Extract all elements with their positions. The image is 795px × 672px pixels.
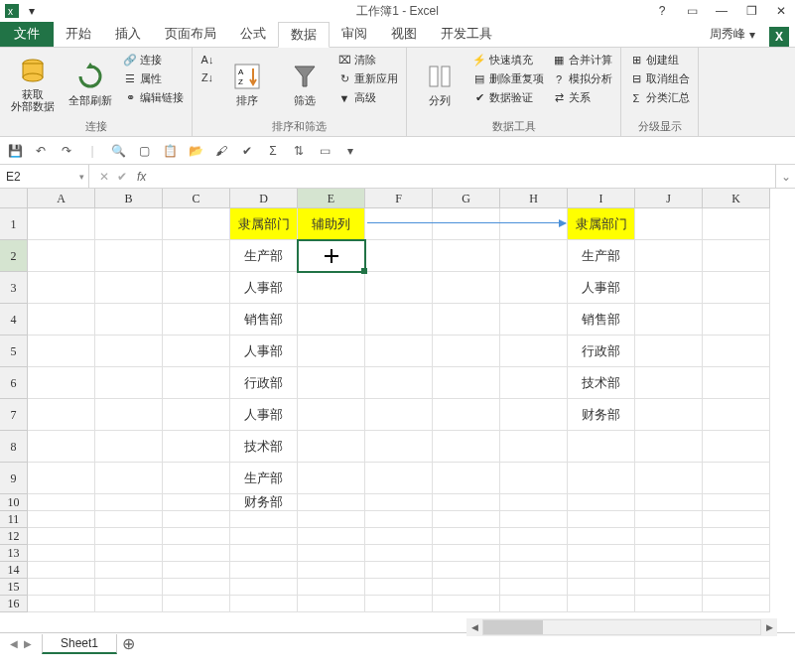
cell-D6[interactable]: 行政部: [230, 367, 298, 399]
cell-I3[interactable]: 人事部: [568, 272, 635, 304]
cell-K5[interactable]: [703, 336, 770, 367]
cell-A2[interactable]: [28, 240, 95, 272]
cell-F10[interactable]: [365, 494, 433, 511]
paste-icon[interactable]: 📋: [161, 142, 179, 160]
formula-input[interactable]: [152, 168, 775, 186]
cell-K10[interactable]: [703, 494, 770, 511]
cell-F8[interactable]: [365, 431, 433, 463]
sheet-nav-prev-icon[interactable]: ◀: [10, 638, 18, 649]
cell-F6[interactable]: [365, 367, 433, 399]
cell-H10[interactable]: [500, 494, 568, 511]
cell-E11[interactable]: [298, 511, 365, 528]
cell-K14[interactable]: [703, 562, 770, 579]
row-header-11[interactable]: 11: [0, 511, 28, 528]
cell-B11[interactable]: [95, 511, 163, 528]
save-icon[interactable]: 💾: [6, 142, 24, 160]
cell-K6[interactable]: [703, 367, 770, 399]
cell-I14[interactable]: [568, 562, 635, 579]
row-header-10[interactable]: 10: [0, 494, 28, 511]
col-header-E[interactable]: E: [298, 189, 365, 208]
cell-H7[interactable]: [500, 399, 568, 431]
tab-file[interactable]: 文件: [0, 21, 54, 47]
cell-A14[interactable]: [28, 562, 95, 579]
scroll-thumb[interactable]: [483, 620, 543, 634]
cell-C3[interactable]: [163, 272, 230, 304]
row-header-8[interactable]: 8: [0, 431, 28, 463]
sort-asc-button[interactable]: A↓: [199, 52, 216, 67]
cell-K13[interactable]: [703, 545, 770, 562]
cell-E14[interactable]: [298, 562, 365, 579]
tab-view[interactable]: 视图: [379, 21, 429, 47]
cell-K1[interactable]: [703, 208, 770, 240]
scroll-left-icon[interactable]: ◀: [466, 622, 482, 632]
cell-J12[interactable]: [635, 528, 703, 545]
cell-E9[interactable]: [298, 463, 365, 494]
sort-qat-icon[interactable]: ⇅: [290, 142, 308, 160]
col-header-D[interactable]: D: [230, 189, 298, 208]
col-header-F[interactable]: F: [365, 189, 433, 208]
cell-E13[interactable]: [298, 545, 365, 562]
cell-B10[interactable]: [95, 494, 163, 511]
cell-J2[interactable]: [635, 240, 703, 272]
redo-icon[interactable]: ↷: [58, 142, 75, 160]
cell-I4[interactable]: 销售部: [568, 304, 635, 336]
cell-D14[interactable]: [230, 562, 298, 579]
remove-duplicates-button[interactable]: ▤删除重复项: [470, 70, 546, 87]
cell-G2[interactable]: [433, 240, 500, 272]
cell-B15[interactable]: [95, 579, 163, 596]
row-header-16[interactable]: 16: [0, 596, 28, 612]
cell-H6[interactable]: [500, 367, 568, 399]
cell-H16[interactable]: [500, 596, 568, 612]
cell-I8[interactable]: [568, 431, 635, 463]
cell-B16[interactable]: [95, 596, 163, 612]
cell-D13[interactable]: [230, 545, 298, 562]
horizontal-scrollbar[interactable]: ◀ ▶: [466, 618, 777, 636]
cell-J1[interactable]: [635, 208, 703, 240]
cell-D10[interactable]: 财务部: [230, 494, 298, 511]
advanced-button[interactable]: ▼高级: [335, 89, 400, 106]
cell-I16[interactable]: [568, 596, 635, 612]
col-header-I[interactable]: I: [568, 189, 635, 208]
cell-B12[interactable]: [95, 528, 163, 545]
cell-G5[interactable]: [433, 336, 500, 367]
col-header-H[interactable]: H: [500, 189, 568, 208]
cell-C13[interactable]: [163, 545, 230, 562]
cell-F12[interactable]: [365, 528, 433, 545]
cell-J11[interactable]: [635, 511, 703, 528]
cell-E7[interactable]: [298, 399, 365, 431]
cell-A12[interactable]: [28, 528, 95, 545]
cell-E3[interactable]: [298, 272, 365, 304]
cell-G1[interactable]: [433, 208, 500, 240]
row-header-15[interactable]: 15: [0, 579, 28, 596]
row-header-12[interactable]: 12: [0, 528, 28, 545]
cell-E2[interactable]: [298, 240, 365, 272]
cell-A11[interactable]: [28, 511, 95, 528]
clear-button[interactable]: ⌧清除: [335, 52, 400, 68]
add-sheet-button[interactable]: ⊕: [117, 633, 139, 655]
undo-icon[interactable]: ↶: [32, 142, 50, 160]
cell-F9[interactable]: [365, 463, 433, 494]
relations-button[interactable]: ⇄关系: [550, 89, 614, 106]
cell-B8[interactable]: [95, 431, 163, 463]
cell-E4[interactable]: [298, 304, 365, 336]
open-icon[interactable]: 📂: [187, 142, 204, 160]
cell-C2[interactable]: [163, 240, 230, 272]
tab-page-layout[interactable]: 页面布局: [153, 21, 228, 47]
cell-J15[interactable]: [635, 579, 703, 596]
cell-K12[interactable]: [703, 528, 770, 545]
cell-G16[interactable]: [433, 596, 500, 612]
cell-F1[interactable]: [365, 208, 433, 240]
tab-home[interactable]: 开始: [54, 21, 103, 47]
tab-formulas[interactable]: 公式: [228, 21, 278, 47]
properties-button[interactable]: ☰属性: [121, 70, 186, 87]
cell-F13[interactable]: [365, 545, 433, 562]
cell-J13[interactable]: [635, 545, 703, 562]
cell-I15[interactable]: [568, 579, 635, 596]
cell-J5[interactable]: [635, 336, 703, 367]
cell-H11[interactable]: [500, 511, 568, 528]
cell-A13[interactable]: [28, 545, 95, 562]
cell-G10[interactable]: [433, 494, 500, 511]
cell-J9[interactable]: [635, 463, 703, 494]
cell-B9[interactable]: [95, 463, 163, 494]
cell-E16[interactable]: [298, 596, 365, 612]
